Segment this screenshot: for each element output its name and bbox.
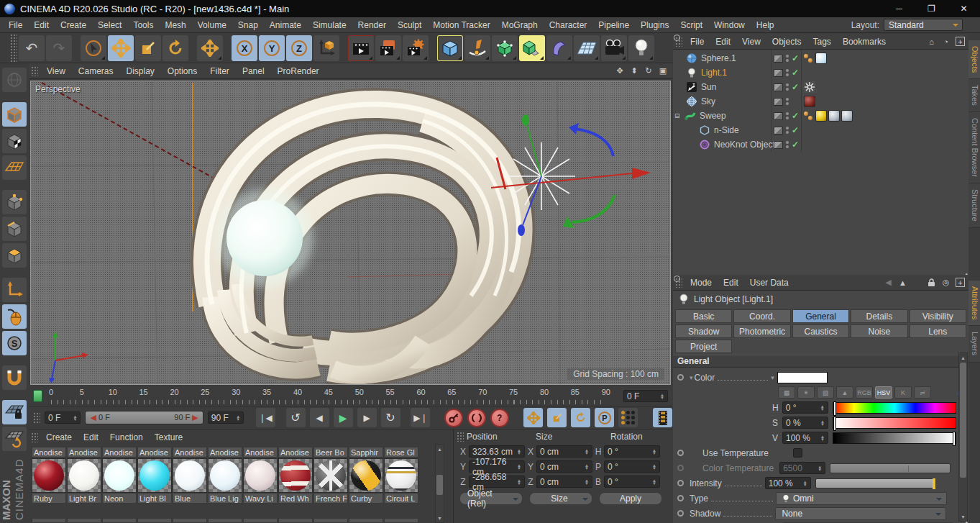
attribute-tab[interactable]: Lens [910,324,966,338]
attribute-tab[interactable]: Noise [851,324,907,338]
record-keyframe-button[interactable] [444,409,463,427]
material-thumbnail[interactable] [137,458,172,493]
material-thumbnail[interactable] [243,458,278,493]
scroll-down-icon[interactable]: ▼ [959,512,967,521]
light-type-dropdown[interactable]: Omni [776,492,947,505]
spinner-icon[interactable] [818,405,825,411]
am-forward-icon[interactable]: ▲ [898,278,907,287]
visibility-dots[interactable] [786,55,789,62]
object-name[interactable]: n-Side [710,125,739,135]
size-y-field[interactable]: 0 cm [536,460,592,473]
spinner-icon[interactable] [514,449,521,455]
menu-item[interactable]: Volume [192,20,232,30]
material-thumbnail[interactable] [32,458,66,493]
attribute-tab[interactable]: Basic [675,309,732,323]
hsv-mode-button[interactable]: HSV [875,386,892,399]
attribute-tab[interactable]: Details [851,309,907,323]
spinner-icon[interactable] [818,420,825,426]
material-item[interactable]: Anodise Neon [102,447,137,504]
material-item[interactable]: Anodise Red Wh [278,447,313,504]
material-item[interactable]: Rose Gl Circuit L [384,447,418,504]
viewport-menu-item[interactable]: Cameras [72,66,120,76]
menu-item[interactable]: Motion Tracker [427,20,495,30]
value-slider[interactable] [833,432,956,444]
phong-tag-icon[interactable] [804,111,814,121]
material-thumbnail[interactable] [349,458,383,493]
menu-item[interactable]: Window [708,20,751,30]
snap-magnet-button[interactable] [2,365,27,390]
color-swatch[interactable] [777,372,828,383]
current-frame-field[interactable]: 0 F [623,390,668,402]
am-add-icon[interactable]: + [956,278,965,287]
spinner-icon[interactable] [582,449,589,455]
menu-item[interactable]: Select [92,20,127,30]
om-menu-item[interactable]: View [736,37,766,47]
material-thumbnail[interactable] [278,458,313,493]
object-row-sky[interactable]: Sky ✓ [673,94,968,109]
om-add-icon[interactable]: + [956,37,965,46]
viewport-canvas[interactable]: Perspective Grid Spacing : 100 cm [30,81,671,385]
om-menu-item[interactable]: Bookmarks [837,37,892,47]
spinner-icon[interactable] [233,415,240,421]
layer-box[interactable] [774,141,783,149]
coordinate-system-button[interactable] [313,35,339,61]
menu-item[interactable]: Sculpt [392,20,427,30]
attributes-scrollbar[interactable]: ▲ ▼ [958,353,968,522]
subdivision-surface-button[interactable] [492,35,518,61]
saturation-slider[interactable] [833,417,956,429]
texture-tag-icon[interactable] [804,96,815,107]
texture-tag-icon[interactable] [815,53,827,64]
menu-item[interactable]: Animate [264,20,307,30]
key-ring-icon[interactable] [677,374,684,381]
spinner-icon[interactable] [514,464,521,470]
om-menu-item[interactable]: Edit [710,37,736,47]
material-scrollbar[interactable]: ▲ ▼ [435,444,444,523]
sphere-object[interactable] [216,189,313,287]
material-menu-item[interactable]: Texture [149,432,188,442]
tweak-mode-button[interactable] [2,304,27,329]
workplane-mode-button[interactable] [2,155,27,180]
layout-select[interactable]: Standard [884,19,963,31]
object-name[interactable]: Light.1 [697,68,727,78]
material-thumbnail[interactable] [67,458,101,493]
key-rotation-toggle[interactable] [571,408,590,427]
lock-workplane-button[interactable] [2,400,27,424]
menu-item[interactable]: Create [55,20,92,30]
phong-tag-icon[interactable] [804,53,814,63]
attribute-tab[interactable]: Visibility [910,309,966,323]
rgb-mode-button[interactable]: RGB [856,386,873,399]
timeline-ruler[interactable]: 051015202530354045505560657075808590 [44,386,613,406]
picture-icon[interactable]: ▲ [836,386,853,399]
attribute-tab[interactable]: Coord. [733,309,790,323]
size-x-field[interactable]: 0 cm [536,445,592,458]
apply-button[interactable]: Apply [599,492,662,505]
array-generator-button[interactable] [519,35,545,61]
hue-slider[interactable] [833,402,956,414]
viewport-rotate-icon[interactable]: ↻ [644,66,654,76]
key-scale-toggle[interactable] [547,408,567,427]
saturation-field[interactable]: 0 % [782,417,828,429]
range-end-field[interactable]: 90 F [208,411,244,424]
viewport-menu-item[interactable]: Filter [203,66,236,76]
y-axis-lock-button[interactable]: Y [259,35,285,61]
spinner-icon[interactable] [649,479,656,485]
key-ring-icon[interactable] [677,450,684,456]
material-item[interactable]: Anodise Light Br [67,447,101,504]
play-backwards-button[interactable]: ↺ [286,408,306,427]
live-selection-button[interactable] [81,35,106,61]
rotate-tool-button[interactable] [162,35,188,61]
menu-item[interactable]: Script [674,20,708,30]
value-field[interactable]: 100 % [782,432,828,444]
expander-icon[interactable]: ⊟ [673,112,682,119]
floor-environment-button[interactable] [574,35,600,61]
viewport-menu-item[interactable]: Options [161,66,203,76]
close-button[interactable]: ✕ [948,0,980,17]
rotation-b-field[interactable]: 0 ° [604,476,660,488]
x-axis-lock-button[interactable]: X [232,35,257,61]
solo-mode-button[interactable]: S [2,331,27,355]
spinner-icon[interactable] [800,481,807,486]
undo-button[interactable]: ↶ [19,35,45,61]
transport-drag-handle[interactable] [33,412,40,424]
spinner-icon[interactable] [514,479,521,485]
size-z-field[interactable]: 0 cm [536,476,592,488]
